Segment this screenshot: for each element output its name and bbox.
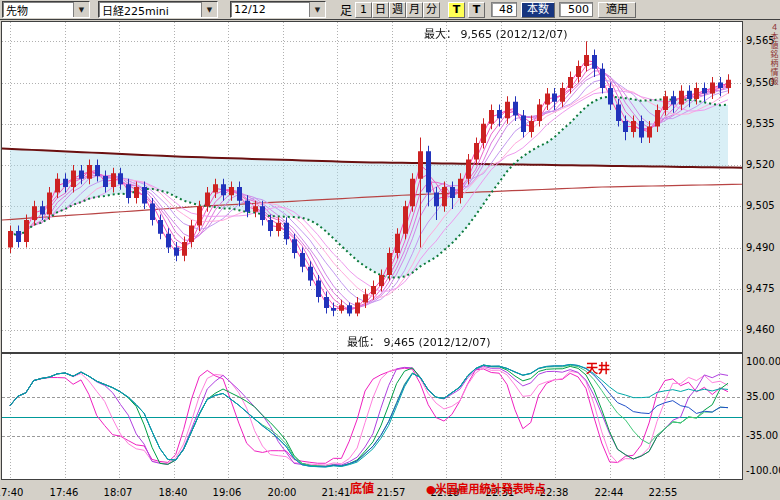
main-price-chart[interactable] <box>1 21 743 353</box>
price-axis-label: 9,535 <box>746 118 775 129</box>
event-annotation: ●米国雇用統計発表時点 <box>426 480 546 496</box>
price-axis-label: 9,520 <box>746 159 775 170</box>
period-button-week[interactable]: 週 <box>389 2 406 18</box>
chart-application-window: 先物 ▼ 日経225mini ▼ 12/12 ▼ 足 1 日 週 月 分 T T… <box>0 0 780 500</box>
time-axis-label: 18:40 <box>156 487 190 498</box>
toolbar: 先物 ▼ 日経225mini ▼ 12/12 ▼ 足 1 日 週 月 分 T T… <box>0 0 780 20</box>
instrument-type-value: 先物 <box>6 2 28 18</box>
contract-month-select[interactable]: 12/12 ▼ <box>230 1 326 18</box>
period-button-day[interactable]: 日 <box>372 2 389 18</box>
bottom-annotation: 底値 <box>350 479 374 496</box>
tick-button[interactable]: T <box>468 2 485 18</box>
chevron-down-icon[interactable]: ▼ <box>309 2 325 17</box>
tick-interval-input[interactable]: 48 <box>491 2 517 17</box>
contract-month-value: 12/12 <box>234 3 266 16</box>
time-axis-label: 21:57 <box>374 487 408 498</box>
price-axis-label: 9,490 <box>746 242 775 253</box>
price-axis-label: 9,505 <box>746 200 775 211</box>
instrument-type-select[interactable]: 先物 ▼ <box>2 1 90 18</box>
min-price-label: 最低： 9,465 (2012/12/07) <box>347 333 490 349</box>
time-axis-label: 18:07 <box>101 487 135 498</box>
chevron-down-icon[interactable]: ▼ <box>73 2 89 17</box>
oscillator-axis-label: 100.00 <box>746 356 780 367</box>
oscillator-axis-label: -100.00 <box>746 465 780 476</box>
side-vertical-title: ４本値銘柄情報 <box>768 23 779 86</box>
time-axis-label: 17:46 <box>47 487 81 498</box>
oscillator-panel[interactable] <box>1 353 743 480</box>
instrument-name-value: 日経225mini <box>102 2 169 18</box>
time-axis: 17:4017:4618:0718:4019:0620:0021:4121:57… <box>0 481 780 500</box>
period-button-minute[interactable]: 分 <box>423 2 440 18</box>
time-axis-label: 21:41 <box>319 487 353 498</box>
oscillator-axis-label: 35.00 <box>746 391 775 402</box>
period-button-1[interactable]: 1 <box>355 2 372 18</box>
apply-button[interactable]: 適用 <box>598 2 636 18</box>
time-axis-label: 17:40 <box>0 487 26 498</box>
max-price-label: 最大： 9,565 (2012/12/07) <box>424 25 567 41</box>
time-axis-label: 22:55 <box>646 487 680 498</box>
time-axis-label: 22:44 <box>592 487 626 498</box>
price-axis-label: 9,460 <box>746 324 775 335</box>
instrument-name-select[interactable]: 日経225mini ▼ <box>98 1 218 18</box>
time-axis-label: 19:06 <box>210 487 244 498</box>
chevron-down-icon[interactable]: ▼ <box>201 2 217 17</box>
bars-count-input[interactable]: 500 <box>559 2 593 17</box>
ceiling-annotation: 天井 <box>586 359 610 376</box>
time-axis-label: 20:00 <box>265 487 299 498</box>
price-axis-label: 9,475 <box>746 283 775 294</box>
period-button-month[interactable]: 月 <box>406 2 423 18</box>
bar-type-label: 足 <box>340 1 352 18</box>
tick-button-active[interactable]: T <box>448 2 465 18</box>
bars-count-button[interactable]: 本数 <box>521 2 555 18</box>
oscillator-axis-label: -35.00 <box>746 430 778 441</box>
